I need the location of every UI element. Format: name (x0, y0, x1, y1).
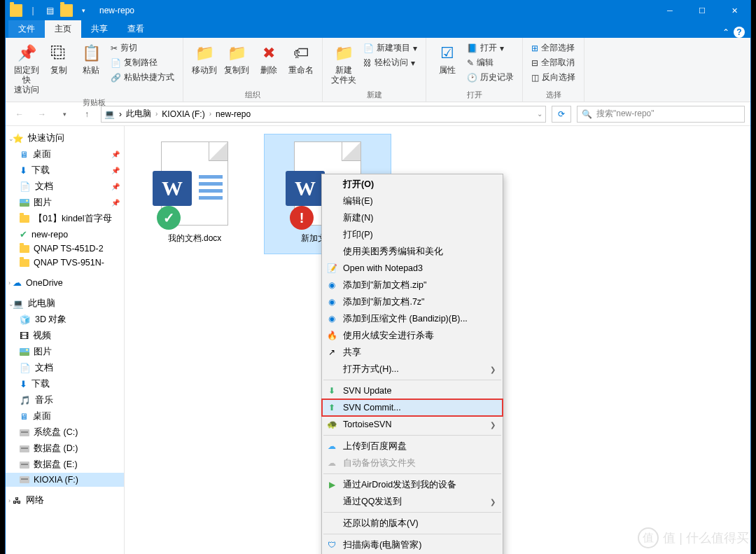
sidebar-item-videos[interactable]: 🎞视频 (6, 328, 124, 344)
menu-open[interactable]: 打开(O) (322, 176, 503, 193)
copypath-button[interactable]: 📄复制路径 (111, 57, 174, 69)
svn-update-icon: ⬇ (326, 385, 337, 396)
history-button[interactable]: 🕑历史记录 (467, 71, 514, 83)
sidebar-item-3d[interactable]: 🧊3D 对象 (6, 312, 124, 328)
sidebar-onedrive[interactable]: ›☁ OneDrive (6, 275, 124, 290)
cut-button[interactable]: ✂剪切 (111, 42, 174, 54)
menu-notepad3[interactable]: 📝Open with Notepad3 (322, 260, 503, 277)
tortoisesvn-icon: 🐢 (326, 419, 337, 430)
ribbon-collapse-icon[interactable]: ⌃ (722, 27, 729, 37)
edit-icon: ✎ (467, 58, 474, 68)
breadcrumb-bar[interactable]: 💻› 此电脑› KIOXIA (F:)› new-repo ⌄ (101, 106, 546, 123)
menu-huorong[interactable]: 🔥使用火绒安全进行杀毒 (322, 327, 503, 344)
menu-autobackup: ☁自动备份该文件夹 (322, 455, 503, 471)
newfolder-button[interactable]: 📁新建 文件夹 (328, 41, 359, 87)
minimize-button[interactable]: ─ (654, 0, 686, 21)
copy-button[interactable]: ⿻复制 (43, 41, 74, 77)
menu-svn-commit[interactable]: ⬆SVN Commit... (322, 399, 503, 416)
addr-dropdown-icon[interactable]: ⌄ (537, 110, 542, 118)
selectall-button[interactable]: ⊞全部选择 (531, 42, 575, 54)
selectnone-button[interactable]: ⊟全部取消 (531, 57, 575, 69)
pin-quickaccess-button[interactable]: 📌固定到快 速访问 (11, 41, 42, 96)
edit-button[interactable]: ✎编辑 (467, 57, 514, 69)
menu-tortoisesvn[interactable]: 🐢TortoiseSVN❯ (322, 416, 503, 433)
menu-share[interactable]: ↗共享 (322, 344, 503, 361)
menu-edit[interactable]: 编辑(E) (322, 193, 503, 209)
menu-baidu[interactable]: ☁上传到百度网盘 (322, 438, 503, 455)
sidebar-item-desk[interactable]: 🖥桌面 (6, 408, 124, 424)
sidebar-item-pictures[interactable]: 图片📌 (6, 195, 124, 211)
qat-properties-icon[interactable]: ▤ (43, 4, 56, 17)
nav-up-button[interactable]: ↑ (78, 106, 95, 123)
crumb-folder[interactable]: new-repo (216, 109, 251, 119)
file-item[interactable]: W ✓ 我的文档.docx (132, 134, 258, 254)
sidebar-item-d[interactable]: 数据盘 (D:) (6, 441, 124, 457)
sidebar-item-pics[interactable]: 图片 (6, 344, 124, 360)
delete-button[interactable]: ✖删除 (253, 41, 284, 77)
nav-forward-button[interactable]: → (34, 106, 50, 123)
file-name: 我的文档.docx (168, 233, 222, 244)
crumb-drive[interactable]: KIOXIA (F:) (162, 109, 204, 119)
search-icon: 🔍 (582, 109, 592, 119)
menu-airdroid[interactable]: ▶通过AirDroid发送到我的设备 (322, 476, 503, 493)
menu-zip[interactable]: ◉添加到"新加文档.zip" (322, 277, 503, 293)
menu-print[interactable]: 打印(P) (322, 226, 503, 243)
qat-sep: | (27, 4, 39, 17)
svn-modified-overlay-icon: ! (290, 206, 314, 230)
tab-file[interactable]: 文件 (8, 20, 45, 38)
sidebar-network[interactable]: ›🖧 网络 (6, 492, 124, 508)
sidebar-item-docs[interactable]: 📄文档 (6, 360, 124, 376)
menu-restore[interactable]: 还原以前的版本(V) (322, 515, 503, 532)
menu-qq[interactable]: 通过QQ发送到❯ (322, 493, 503, 510)
menu-new[interactable]: 新建(N) (322, 209, 503, 226)
open-button[interactable]: 📘打开 ▾ (467, 42, 514, 54)
sidebar-item-e[interactable]: 数据盘 (E:) (6, 457, 124, 473)
easyaccess-button[interactable]: ⛓轻松访问 ▾ (363, 57, 417, 69)
folder-icon (10, 4, 22, 17)
sidebar-quickaccess[interactable]: ⌄⭐ 快速访问 (6, 130, 124, 146)
easyaccess-icon: ⛓ (363, 58, 372, 68)
sidebar-item-f[interactable]: KIOXIA (F:) (6, 473, 124, 487)
sidebar-item-newrepo[interactable]: ✔new-repo (6, 227, 124, 242)
sidebar-item-music[interactable]: 🎵音乐 (6, 392, 124, 408)
nav-back-button[interactable]: ← (11, 106, 28, 123)
sidebar-item-dl[interactable]: ⬇下载 (6, 376, 124, 392)
search-box[interactable]: 🔍 搜索"new-repo" (577, 106, 745, 123)
moveto-button[interactable]: 📁移动到 (189, 41, 220, 77)
nav-recent-button[interactable]: ▾ (56, 106, 73, 123)
menu-meitu[interactable]: 使用美图秀秀编辑和美化 (322, 243, 503, 260)
menu-scan[interactable]: 🛡扫描病毒(电脑管家) (322, 536, 503, 553)
sidebar-item-downloads[interactable]: ⬇下载📌 (6, 162, 124, 179)
refresh-button[interactable]: ⟳ (552, 106, 571, 123)
properties-button[interactable]: ☑属性 (432, 41, 463, 77)
maximize-button[interactable]: ☐ (686, 0, 718, 21)
sidebar-item-qnap1[interactable]: QNAP TS-451D-2 (6, 242, 124, 256)
menu-openwith[interactable]: 打开方式(H)...❯ (322, 361, 503, 378)
sidebar-item-desktop[interactable]: 🖥桌面📌 (6, 146, 124, 162)
newitem-button[interactable]: 📄新建项目 ▾ (363, 42, 417, 54)
crumb-thispc[interactable]: 此电脑 (126, 108, 151, 120)
close-button[interactable]: ✕ (718, 0, 750, 21)
tab-home[interactable]: 主页 (45, 20, 81, 38)
tab-share[interactable]: 共享 (81, 20, 118, 38)
invertselect-button[interactable]: ◫反向选择 (531, 71, 575, 83)
tab-view[interactable]: 查看 (118, 20, 154, 38)
copyto-button[interactable]: 📁复制到 (221, 41, 252, 77)
paste-button[interactable]: 📋粘贴 (76, 41, 106, 77)
sidebar-item-qnap2[interactable]: QNAP TVS-951N- (6, 256, 124, 270)
menu-svn-update[interactable]: ⬇SVN Update (322, 382, 503, 399)
sidebar-item-c[interactable]: 系统盘 (C:) (6, 424, 124, 441)
sidebar-item-kindel[interactable]: 【01】kindel首字母 (6, 211, 124, 227)
select-group-label: 选择 (546, 88, 561, 100)
qat-dropdown-icon[interactable]: ▾ (77, 4, 90, 17)
pasteshortcut-button[interactable]: 🔗粘贴快捷方式 (111, 71, 174, 83)
context-menu: 打开(O) 编辑(E) 新建(N) 打印(P) 使用美图秀秀编辑和美化 📝Ope… (321, 174, 503, 554)
menu-7z[interactable]: ◉添加到"新加文档.7z" (322, 293, 503, 310)
help-icon[interactable]: ? (734, 27, 745, 38)
rename-button[interactable]: 🏷重命名 (286, 41, 316, 77)
menu-bandizip[interactable]: ◉添加到压缩文件 (Bandizip)(B)... (322, 310, 503, 327)
sidebar-thispc[interactable]: ⌄💻 此电脑 (6, 296, 124, 312)
qat-newfolder-icon[interactable] (60, 4, 73, 17)
selectnone-icon: ⊟ (531, 58, 538, 68)
sidebar-item-documents[interactable]: 📄文档📌 (6, 179, 124, 195)
